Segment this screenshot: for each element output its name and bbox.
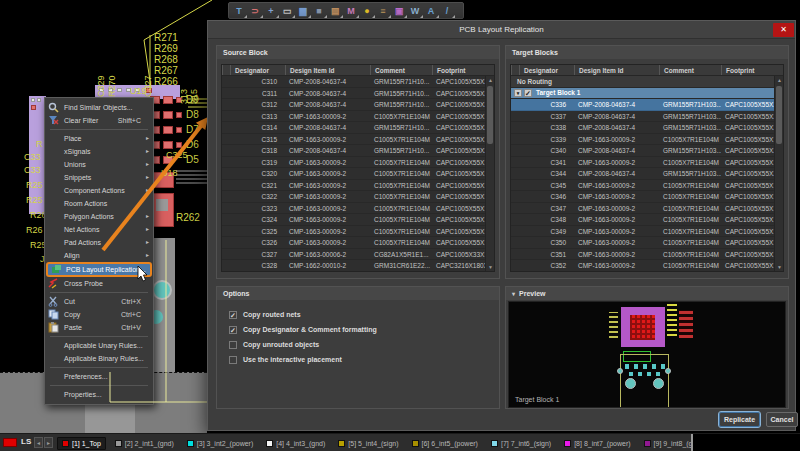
layer-tab-3-3-int2-power[interactable]: [3] 3_int2_(power) [183,438,257,449]
column-header-designator[interactable]: Designator [230,65,285,75]
target-row-C346[interactable]: C346CMP-1663-00009-2C1005X7R1E104MCAPC10… [511,191,774,203]
wave-tool-icon[interactable]: W [407,4,423,18]
menu-item-net-actions[interactable]: Net Actions▸ [45,223,153,236]
menu-item-applicable-binary-rules[interactable]: Applicable Binary Rules... [45,352,153,365]
dialog-titlebar[interactable]: PCB Layout Replication ✕ [208,21,795,39]
layer-tab-4-4-int3-gnd[interactable]: [4] 4_int3_(gnd) [262,438,329,449]
layer-stack-icon[interactable]: ≡ [375,4,391,18]
chart-tool-icon[interactable]: ▆ [295,4,311,18]
source-row-C319[interactable]: C319CMP-1663-00009-2C1005X7R1E104MCAPC10… [222,157,485,169]
source-row-C318[interactable]: C318CMP-2008-04637-4GRM155R71H10...CAPC1… [222,145,485,157]
menu-item-clear-filter[interactable]: Clear FilterShift+C [45,114,153,127]
target-row-C350[interactable]: C350CMP-1663-00009-2C1005X7R1E104MCAPC10… [511,237,774,249]
tabs-scroll-right-icon[interactable]: ▸ [44,437,53,448]
target-row-C352[interactable]: C352CMP-1663-00009-2C1005X7R1E104MCAPC10… [511,260,774,272]
source-table-header[interactable]: DesignatorDesign Item IdCommentFootprint [222,65,494,76]
layer-tab-2-2-int1-gnd[interactable]: [2] 2_int1_(gnd) [111,438,178,449]
line-tool-icon[interactable]: / [439,4,455,18]
column-header-footprint[interactable]: Footprint [432,65,494,75]
menu-item-cross-probe[interactable]: Cross Probe [45,277,153,290]
column-header-design-item-id[interactable]: Design Item Id [574,65,659,75]
option-copy-designator-comment-formatting[interactable]: Copy Designator & Comment formatting [217,322,499,337]
target-row-C351[interactable]: C351CMP-1663-00009-2C1005X7R1E104MCAPC10… [511,249,774,261]
menu-item-pcb-layout-replication[interactable]: PCB Layout Replication... [46,262,152,277]
target-block-row[interactable]: ▾Target Block 1 [511,88,774,100]
option-use-the-interactive-placement[interactable]: Use the interactive placement [217,352,499,367]
source-row-C326[interactable]: C326CMP-1663-00009-2C1005X7R1E104MCAPC10… [222,237,485,249]
menu-item-polygon-actions[interactable]: Polygon Actions▸ [45,210,153,223]
active-layer-swatch[interactable] [3,438,17,447]
option-copy-unrouted-objects[interactable]: Copy unrouted objects [217,337,499,352]
region-tool-icon[interactable]: ▭ [279,4,295,18]
source-row-C312[interactable]: C312CMP-2008-04637-4GRM155R71H10...CAPC1… [222,99,485,111]
scroll-up-icon[interactable]: ▲ [775,76,784,84]
target-table-header[interactable]: DesignatorDesign Item IdCommentFootprint [511,65,783,76]
target-row-C336[interactable]: C336CMP-2008-04637-4GRM155R71H103...CAPC… [511,99,774,111]
menu-item-place[interactable]: Place▸ [45,132,153,145]
replicate-button[interactable]: Replicate [719,412,760,427]
layer-tab-6-6-int5-power[interactable]: [6] 6_int5_(power) [408,438,482,449]
column-header-design-item-id[interactable]: Design Item Id [285,65,370,75]
menu-item-applicable-unary-rules[interactable]: Applicable Unary Rules... [45,339,153,352]
target-row-C339[interactable]: C339CMP-1663-00009-2C1005X7R1E104MCAPC10… [511,134,774,146]
cancel-button[interactable]: Cancel [766,412,798,427]
target-row-C338[interactable]: C338CMP-2008-04637-4GRM155R71H103...CAPC… [511,122,774,134]
menu-item-xsignals[interactable]: xSignals▸ [45,145,153,158]
menu-item-component-actions[interactable]: Component Actions▸ [45,184,153,197]
target-row-C349[interactable]: C349CMP-1663-00009-2C1005X7R1E104MCAPC10… [511,226,774,238]
column-header-footprint[interactable]: Footprint [721,65,783,75]
checkbox-icon[interactable] [229,311,237,319]
menu-item-align[interactable]: Align▸ [45,249,153,262]
measure-tool-icon[interactable]: M [343,4,359,18]
pin-tool-icon[interactable]: ● [359,4,375,18]
layer-tab-7-7-int6-sign[interactable]: [7] 7_int6_(sign) [487,438,555,449]
scrollbar-thumb[interactable] [487,86,493,144]
annotation-tool-icon[interactable]: A [423,4,439,18]
target-blocks-table[interactable]: DesignatorDesign Item IdCommentFootprint… [510,64,784,272]
menu-item-find-similar-objects[interactable]: Find Similar Objects... [45,101,153,114]
menu-item-properties[interactable]: Properties... [45,388,153,401]
arc-tool-icon[interactable]: ⊃ [247,4,263,18]
target-row-C340[interactable]: C340CMP-2008-04637-4GRM155R71H103...CAPC… [511,145,774,157]
target-row-C347[interactable]: C347CMP-1663-00009-2C1005X7R1E104MCAPC10… [511,203,774,215]
layer-tab-5-5-int4-sign[interactable]: [5] 5_int4_(sign) [334,438,402,449]
source-block-table[interactable]: DesignatorDesign Item IdCommentFootprint… [221,64,495,272]
source-table-scrollbar[interactable]: ▲ ▼ [485,76,494,271]
target-row-C341[interactable]: C341CMP-1663-00009-2C1005X7R1E104MCAPC10… [511,157,774,169]
polygon-tool-icon[interactable]: ▣ [391,4,407,18]
scrollbar-thumb[interactable] [776,86,782,144]
target-row-C344[interactable]: C344CMP-2008-04637-4GRM155R71H103...CAPC… [511,168,774,180]
scroll-up-icon[interactable]: ▲ [486,76,495,84]
layer-tab-1-1-top[interactable]: [1] 1_Top [57,437,106,450]
source-row-C313[interactable]: C313CMP-1663-00009-2C1005X7R1E104MCAPC10… [222,111,485,123]
target-row-C337[interactable]: C337CMP-2008-04637-4GRM155R71H103...CAPC… [511,111,774,123]
column-header-comment[interactable]: Comment [659,65,721,75]
source-row-C323[interactable]: C323CMP-1663-00009-2C1005X7R1E104MCAPC10… [222,203,485,215]
checkbox-icon[interactable] [229,341,237,349]
menu-item-copy[interactable]: CopyCtrl+C [45,308,153,321]
scroll-down-icon[interactable]: ▼ [775,263,784,271]
checkbox-icon[interactable] [229,326,237,334]
target-table-scrollbar[interactable]: ▲ ▼ [774,76,783,271]
layer-sets-label[interactable]: LS [21,437,31,446]
source-row-C320[interactable]: C320CMP-1663-00009-2C1005X7R1E104MCAPC10… [222,168,485,180]
ruler-tool-icon[interactable]: ▤ [327,4,343,18]
source-row-C327[interactable]: C327CMP-1663-00006-2CG82A1X5R1E1...CAPC1… [222,249,485,261]
source-row-C325[interactable]: C325CMP-1663-00009-2C1005X7R1E104MCAPC10… [222,226,485,238]
target-group-no-routing[interactable]: No Routing [511,76,774,88]
target-row-C348[interactable]: C348CMP-1663-00009-2C1005X7R1E104MCAPC10… [511,214,774,226]
source-row-C321[interactable]: C321CMP-1663-00009-2C1005X7R1E104MCAPC10… [222,180,485,192]
menu-item-pad-actions[interactable]: Pad Actions▸ [45,236,153,249]
target-block-checkbox[interactable] [524,89,532,97]
tabs-scroll-left-icon[interactable]: ◂ [34,437,43,448]
menu-item-snippets[interactable]: Snippets▸ [45,171,153,184]
source-row-C314[interactable]: C314CMP-2008-04637-4GRM155R71H10...CAPC1… [222,122,485,134]
column-header-designator[interactable]: Designator [519,65,574,75]
source-row-C328[interactable]: C328CMP-1662-00010-2GRM31CR61E22...CAPC3… [222,260,485,272]
column-header-comment[interactable]: Comment [370,65,432,75]
source-row-C322[interactable]: C322CMP-1663-00009-2C1005X7R1E104MCAPC10… [222,191,485,203]
fill-tool-icon[interactable]: ■ [311,4,327,18]
menu-item-cut[interactable]: CutCtrl+X [45,295,153,308]
menu-item-room-actions[interactable]: Room Actions [45,197,153,210]
source-row-C310[interactable]: C310CMP-2008-04637-4GRM155R71H10...CAPC1… [222,76,485,88]
